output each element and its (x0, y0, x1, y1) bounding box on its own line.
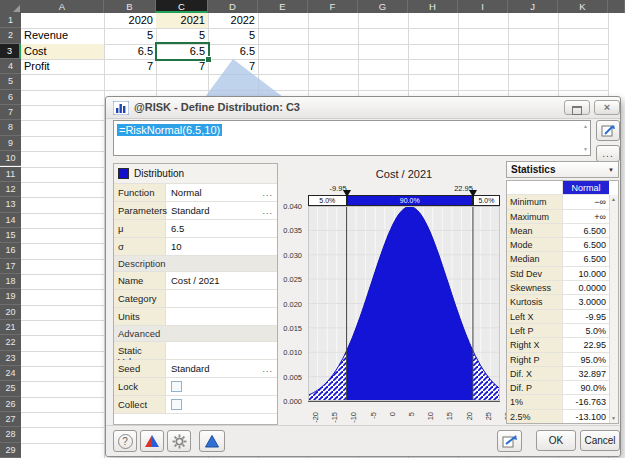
more-options-button[interactable]: ... (596, 145, 620, 162)
row-header-8[interactable]: 8 (0, 120, 21, 135)
settings-button[interactable] (167, 430, 191, 452)
row-header-6[interactable]: 6 (0, 90, 21, 105)
maximize-button[interactable] (564, 100, 590, 115)
row-header-18[interactable]: 18 (0, 274, 21, 289)
row-header-1[interactable]: 1 (0, 13, 21, 28)
row-header-19[interactable]: 19 (0, 289, 21, 304)
property-value[interactable]: Standard (166, 363, 262, 374)
cell-A4[interactable]: Profit (21, 59, 104, 74)
cell-A2[interactable]: Revenue (21, 28, 104, 43)
cancel-button[interactable]: Cancel (580, 430, 620, 451)
property-row-units: Units (114, 308, 277, 326)
row-header-26[interactable]: 26 (0, 397, 21, 412)
column-header-H[interactable]: H (408, 0, 458, 13)
checkbox-lock[interactable] (171, 381, 182, 392)
ok-button[interactable]: OK (536, 430, 576, 451)
row-header-4[interactable]: 4 (0, 59, 21, 74)
help-button[interactable]: ? (113, 430, 137, 452)
row-header-9[interactable]: 9 (0, 136, 21, 151)
row-header-17[interactable]: 17 (0, 259, 21, 274)
row-header-24[interactable]: 24 (0, 366, 21, 381)
row-header-15[interactable]: 15 (0, 228, 21, 243)
left-delimiter-handle[interactable] (343, 190, 351, 197)
property-value[interactable] (166, 399, 277, 410)
property-value[interactable]: 6.5 (166, 223, 277, 234)
statistic-value: 5.0% (563, 324, 609, 337)
statistics-column-header: Normal (563, 181, 609, 194)
row-header-22[interactable]: 22 (0, 335, 21, 350)
column-header-G[interactable]: G (358, 0, 408, 13)
cell-D4[interactable]: 7 (208, 59, 258, 74)
delimiter-bar[interactable]: 5.0%90.0%5.0% (308, 195, 500, 206)
dialog-titlebar[interactable]: @RISK - Define Distribution: C3 × (106, 97, 620, 119)
row-header-16[interactable]: 16 (0, 243, 21, 258)
close-button[interactable]: × (594, 100, 620, 115)
column-header-D[interactable]: D (208, 0, 258, 13)
cell-D1[interactable]: 2022 (208, 13, 258, 28)
row-header-7[interactable]: 7 (0, 105, 21, 120)
row-header-3[interactable]: 3 (0, 44, 21, 59)
row-header-13[interactable]: 13 (0, 197, 21, 212)
checkbox-collect[interactable] (171, 399, 182, 410)
property-label: Function (114, 184, 166, 201)
property-value[interactable]: 10 (166, 241, 277, 252)
formula-input[interactable]: =RiskNormal(6.5,10) ▲ ▼ (113, 120, 591, 156)
define-distribution-dialog: @RISK - Define Distribution: C3 × =RiskN… (105, 96, 621, 457)
x-tick-label: 15 (445, 405, 453, 423)
row-header-2[interactable]: 2 (0, 28, 21, 43)
cell-B1[interactable]: 2020 (104, 13, 156, 28)
row-header-5[interactable]: 5 (0, 74, 21, 89)
fit-distribution-button[interactable] (140, 430, 164, 452)
scroll-up-icon[interactable]: ▲ (611, 197, 616, 202)
cell-A3[interactable]: Cost (21, 44, 104, 59)
column-header-K[interactable]: K (558, 0, 608, 13)
statistics-dropdown[interactable]: Statistics ▼ (506, 161, 619, 178)
column-header-B[interactable]: B (104, 0, 156, 13)
row-header-27[interactable]: 27 (0, 412, 21, 427)
row-header-11[interactable]: 11 (0, 167, 21, 182)
property-value[interactable]: Standard (166, 205, 262, 216)
property-value[interactable]: Cost / 2021 (166, 275, 277, 286)
row-header-23[interactable]: 23 (0, 351, 21, 366)
row-header-20[interactable]: 20 (0, 305, 21, 320)
distribution-palette-button[interactable] (199, 430, 225, 452)
column-header-E[interactable]: E (258, 0, 308, 13)
selected-cell-border[interactable] (155, 42, 210, 60)
row-header-29[interactable]: 29 (0, 443, 21, 458)
cell-B2[interactable]: 5 (104, 28, 156, 43)
statistic-row: Left P5.0% (507, 324, 609, 338)
cell-B4[interactable]: 7 (104, 59, 156, 74)
column-header-F[interactable]: F (308, 0, 358, 13)
column-header-A[interactable]: A (21, 0, 104, 13)
column-header-C[interactable]: C (156, 0, 208, 13)
row-header-28[interactable]: 28 (0, 427, 21, 442)
formula-text: =RiskNormal(6.5,10) (117, 124, 222, 136)
property-value[interactable]: Normal (166, 187, 262, 198)
more-button[interactable]: ... (262, 188, 277, 198)
edit-reference-button[interactable] (497, 430, 522, 452)
formula-scroll-down-icon[interactable]: ▼ (583, 147, 588, 152)
row-header-21[interactable]: 21 (0, 320, 21, 335)
cell-D2[interactable]: 5 (208, 28, 258, 43)
column-header-J[interactable]: J (508, 0, 558, 13)
cell-C4[interactable]: 7 (156, 59, 208, 74)
statistics-scrollbar[interactable]: ▲▼ (609, 195, 618, 423)
row-header-12[interactable]: 12 (0, 182, 21, 197)
cell-D3[interactable]: 6.5 (208, 44, 258, 59)
property-value[interactable] (166, 381, 277, 392)
distribution-chart[interactable] (308, 206, 500, 402)
cell-C1[interactable]: 2021 (156, 13, 208, 28)
scroll-down-icon[interactable]: ▼ (611, 416, 616, 421)
column-header-I[interactable]: I (458, 0, 508, 13)
fill-handle[interactable] (205, 56, 212, 63)
cell-B3[interactable]: 6.5 (104, 44, 156, 59)
y-tick-label: 0.000 (283, 397, 302, 406)
properties-header-label: Distribution (134, 168, 184, 179)
right-delimiter-handle[interactable] (469, 190, 477, 197)
select-all-corner[interactable] (0, 0, 21, 13)
formula-scroll-up-icon[interactable]: ▲ (583, 124, 588, 129)
row-header-10[interactable]: 10 (0, 151, 21, 166)
row-header-25[interactable]: 25 (0, 381, 21, 396)
edit-formula-button[interactable] (596, 120, 620, 141)
row-header-14[interactable]: 14 (0, 213, 21, 228)
